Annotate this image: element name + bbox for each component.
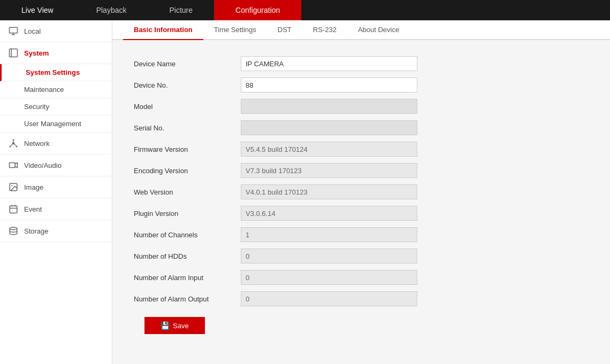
field-label-9: Number of HDDs <box>134 252 241 260</box>
sidebar-item-local[interactable]: Local <box>0 20 112 42</box>
field-input-9 <box>241 249 417 264</box>
form-row: Number of Alarm Output <box>134 291 589 306</box>
field-label-11: Number of Alarm Output <box>134 295 241 303</box>
svg-rect-0 <box>10 27 18 33</box>
sidebar-item-video-audio[interactable]: Video/Audio <box>0 154 112 176</box>
field-label-7: Plugin Version <box>134 210 241 218</box>
main-content: Basic Information Time Settings DST RS-2… <box>112 20 610 364</box>
svg-line-11 <box>14 144 16 146</box>
field-input-10 <box>241 270 417 285</box>
tab-basic-info[interactable]: Basic Information <box>123 20 203 40</box>
tab-rs232[interactable]: RS-232 <box>302 20 347 40</box>
field-label-0: Device Name <box>134 60 241 68</box>
nav-live-view[interactable]: Live View <box>0 0 75 20</box>
sidebar-image-label: Image <box>24 183 43 191</box>
nav-picture[interactable]: Picture <box>148 0 214 20</box>
svg-line-10 <box>11 144 12 146</box>
sidebar-item-event[interactable]: Event <box>0 198 112 220</box>
svg-point-6 <box>10 146 11 148</box>
field-input-3 <box>241 120 417 135</box>
form-row: Number of Alarm Input <box>134 270 589 285</box>
form-row: Model <box>134 99 589 114</box>
svg-rect-3 <box>10 49 18 57</box>
save-button[interactable]: 💾Save <box>144 317 205 334</box>
form-row: Number of HDDs <box>134 249 589 264</box>
form-row: Device Name <box>134 56 589 71</box>
form-row: Device No. <box>134 78 589 92</box>
sidebar-item-system-settings[interactable]: System Settings <box>0 64 112 81</box>
tab-time-settings[interactable]: Time Settings <box>203 20 267 40</box>
field-label-4: Firmware Version <box>134 145 241 153</box>
form-row: Encoding Version <box>134 163 589 178</box>
network-icon <box>8 138 19 149</box>
sidebar-item-image[interactable]: Image <box>0 176 112 198</box>
form-row: Firmware Version <box>134 142 589 157</box>
field-label-1: Device No. <box>134 81 241 89</box>
field-input-5 <box>241 163 417 178</box>
event-icon <box>8 204 19 214</box>
form-row: Plugin Version <box>134 206 589 221</box>
field-label-5: Encoding Version <box>134 167 241 175</box>
field-input-11 <box>241 291 417 306</box>
form-row: Web Version <box>134 184 589 199</box>
sidebar-local-label: Local <box>24 27 41 35</box>
video-icon <box>8 160 19 171</box>
sidebar-item-storage[interactable]: Storage <box>0 220 112 242</box>
monitor-icon <box>8 26 19 36</box>
field-input-8 <box>241 227 417 242</box>
form-row: Number of Channels <box>134 227 589 242</box>
sidebar-video-label: Video/Audio <box>24 161 62 169</box>
sidebar-storage-label: Storage <box>24 227 49 235</box>
image-icon <box>8 182 19 192</box>
tab-about-device[interactable]: About Device <box>347 20 410 40</box>
basic-info-form: Device NameDevice No.ModelSerial No.Firm… <box>123 51 599 339</box>
field-label-6: Web Version <box>134 188 241 196</box>
sidebar: Local System System Settings Maintenance… <box>0 20 112 364</box>
main-layout: Local System System Settings Maintenance… <box>0 20 610 364</box>
tab-bar: Basic Information Time Settings DST RS-2… <box>112 20 610 40</box>
field-input-4 <box>241 142 417 157</box>
svg-point-19 <box>10 227 17 230</box>
sidebar-item-network[interactable]: Network <box>0 133 112 154</box>
field-label-2: Model <box>134 103 241 111</box>
save-label: Save <box>173 322 189 330</box>
sidebar-item-maintenance[interactable]: Maintenance <box>0 81 112 98</box>
sidebar-event-label: Event <box>24 205 42 213</box>
field-input-2 <box>241 99 417 114</box>
svg-point-7 <box>16 146 18 148</box>
svg-rect-15 <box>10 206 17 213</box>
field-input-6 <box>241 184 417 199</box>
sidebar-system-label: System <box>24 49 49 57</box>
storage-icon <box>8 226 19 236</box>
field-input-7 <box>241 206 417 221</box>
field-label-8: Number of Channels <box>134 231 241 239</box>
field-input-1[interactable] <box>241 78 417 92</box>
svg-point-8 <box>13 140 14 141</box>
field-label-10: Number of Alarm Input <box>134 274 241 282</box>
svg-point-14 <box>11 185 12 186</box>
nav-configuration[interactable]: Configuration <box>214 0 301 20</box>
svg-rect-12 <box>10 163 16 168</box>
form-row: Serial No. <box>134 120 589 135</box>
tab-dst[interactable]: DST <box>267 20 302 40</box>
nav-playback[interactable]: Playback <box>75 0 148 20</box>
sidebar-item-security[interactable]: Security <box>0 98 112 115</box>
sidebar-item-user-management[interactable]: User Management <box>0 115 112 133</box>
sidebar-network-label: Network <box>24 140 50 148</box>
save-icon: 💾 <box>161 321 170 330</box>
sidebar-item-system[interactable]: System <box>0 42 112 64</box>
field-label-3: Serial No. <box>134 124 241 132</box>
top-navigation: Live View Playback Picture Configuration <box>0 0 610 20</box>
system-icon <box>8 48 19 58</box>
field-input-0[interactable] <box>241 56 417 71</box>
